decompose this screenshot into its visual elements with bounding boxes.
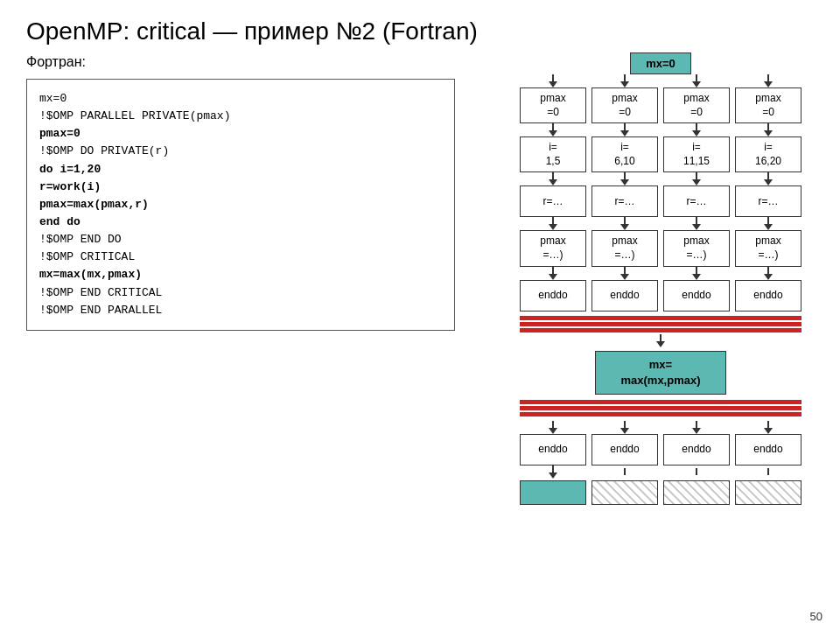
r-cell-4: r=… — [735, 186, 802, 217]
red-bar-3 — [520, 328, 802, 332]
code-line: end do — [39, 214, 442, 231]
enddo2-cell-4: enddo — [735, 434, 802, 466]
arrow-col3 — [663, 74, 730, 88]
page-title: OpenMP: critical — пример №2 (Fortran) — [26, 18, 814, 46]
page-number: 50 — [810, 610, 822, 623]
pmax2-cell-2: pmax=…) — [592, 230, 658, 266]
pmax-cell-4: pmax=0 — [735, 88, 802, 123]
i-cell-2: i=6,10 — [592, 136, 658, 172]
enddo-cell-3: enddo — [663, 280, 730, 312]
red-bar-5 — [520, 406, 802, 410]
arrows-row-6 — [499, 466, 822, 479]
r-cell-1: r=… — [520, 186, 586, 217]
arrows-row-4 — [499, 267, 822, 280]
code-box: mx=0!$OMP PARALLEL PRIVATE(pmax) pmax=0!… — [26, 79, 455, 331]
bottom-cell-3 — [663, 480, 730, 505]
code-line: !$OMP CRITICAL — [39, 248, 442, 266]
bottom-cell-2 — [592, 480, 658, 505]
r-row: r=… r=… r=… r=… — [499, 186, 822, 217]
critical-box: mx=max(mx,pmax) — [595, 351, 726, 395]
pmax2-row: pmax=…) pmax=…) pmax=…) pmax=…) — [499, 230, 822, 266]
bottom-cell-4 — [735, 480, 802, 505]
pmax2-cell-3: pmax=…) — [663, 230, 730, 266]
arrow-col2 — [592, 74, 658, 88]
enddo2-cell-2: enddo — [592, 434, 658, 466]
pmax2-cell-4: pmax=…) — [735, 230, 802, 266]
code-line: !$OMP DO PRIVATE(r) — [39, 143, 442, 160]
bottom-cell-1 — [520, 480, 586, 505]
pmax-cell-3: pmax=0 — [663, 88, 730, 123]
red-bar-2 — [520, 322, 802, 326]
red-bar-4 — [520, 400, 802, 404]
code-line: !$OMP END CRITICAL — [39, 284, 442, 302]
code-line: r=work(i) — [39, 178, 442, 196]
arrows-row-2 — [499, 172, 822, 186]
pmax-cell-1: pmax=0 — [520, 88, 586, 123]
enddo-cell-2: enddo — [592, 280, 658, 312]
enddo2-cell-1: enddo — [520, 434, 586, 466]
code-line: pmax=0 — [39, 125, 442, 143]
r-cell-2: r=… — [592, 186, 658, 217]
code-line: mx=max(mx,pmax) — [39, 266, 442, 284]
enddo2-cell-3: enddo — [663, 434, 730, 466]
arrows-row-5 — [499, 421, 822, 434]
code-line: !$OMP END PARALLEL — [39, 302, 442, 319]
i-cell-4: i=16,20 — [735, 136, 802, 172]
code-line: pmax=max(pmax,r) — [39, 196, 442, 214]
enddo-row-2: enddo enddo enddo enddo — [499, 434, 822, 466]
i-cell-3: i=11,15 — [663, 136, 730, 172]
red-bar-6 — [520, 412, 802, 416]
code-line: mx=0 — [39, 90, 442, 108]
code-line: do i=1,20 — [39, 161, 442, 178]
arrow-col4 — [735, 74, 802, 88]
left-section: mx=0!$OMP PARALLEL PRIVATE(pmax) pmax=0!… — [26, 79, 455, 331]
i-range-row: i=1,5 i=6,10 i=11,15 i=16,20 — [499, 136, 822, 172]
enddo-row-1: enddo enddo enddo enddo — [499, 280, 822, 312]
r-cell-3: r=… — [663, 186, 730, 217]
diagram: mx=0 pmax=0 pmax=0 pmax=0 pmax=0 i=1,5 — [499, 52, 822, 505]
pmax-cell-2: pmax=0 — [592, 88, 658, 123]
red-bar-1 — [520, 316, 802, 320]
code-line: !$OMP PARALLEL PRIVATE(pmax) — [39, 108, 442, 125]
i-cell-1: i=1,5 — [520, 136, 586, 172]
code-line: !$OMP END DO — [39, 231, 442, 248]
arrow-col1 — [520, 74, 586, 88]
top-mx-box: mx=0 — [630, 52, 691, 74]
page: OpenMP: critical — пример №2 (Fortran) Ф… — [0, 0, 840, 630]
arrows-row-1 — [499, 123, 822, 136]
enddo-cell-1: enddo — [520, 280, 586, 312]
bottom-color-row — [499, 480, 822, 505]
pmax2-cell-1: pmax=…) — [520, 230, 586, 266]
enddo-cell-4: enddo — [735, 280, 802, 312]
arrows-row-3 — [499, 217, 822, 230]
pmax-row: pmax=0 pmax=0 pmax=0 pmax=0 — [499, 88, 822, 123]
